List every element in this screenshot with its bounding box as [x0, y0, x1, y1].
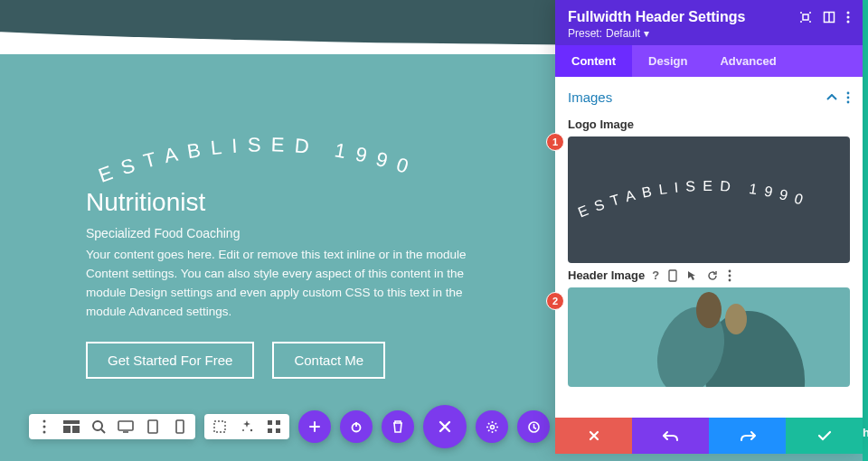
help-icon[interactable]: ? [652, 268, 659, 282]
phone-icon[interactable] [172, 419, 188, 434]
magic-icon[interactable] [239, 419, 255, 434]
svg-rect-44 [276, 428, 280, 433]
settings-button[interactable] [476, 410, 508, 443]
logo-arc-text: ESTABLISED 1990 [86, 136, 475, 186]
desktop-icon[interactable] [118, 420, 134, 433]
panel-footer [555, 418, 863, 454]
save-button[interactable] [786, 418, 863, 454]
svg-text:ESTABLISED 1990: ESTABLISED 1990 [576, 178, 812, 221]
svg-rect-4 [803, 14, 808, 20]
toolbar-group-edit [204, 414, 289, 439]
panel-header[interactable]: Fullwidth Header Settings Preset: Defaul… [555, 0, 863, 45]
preset-value: Default [606, 27, 640, 40]
hover-icon[interactable] [686, 269, 697, 282]
hero-body: Your content goes here. Edit or remove t… [86, 246, 475, 322]
collapse-icon[interactable] [826, 94, 837, 101]
reset-icon[interactable] [706, 269, 719, 282]
svg-point-20 [729, 274, 731, 277]
cancel-button[interactable] [555, 418, 632, 454]
annotation-badge-1: 1 [546, 133, 564, 151]
svg-line-33 [101, 429, 105, 433]
grid-icon[interactable] [266, 419, 282, 434]
svg-point-40 [242, 429, 244, 431]
hero-buttons: Get Started For Free Contact Me [86, 342, 475, 379]
hero-content: ESTABLISED 1990 Nutritionist Specialized… [86, 136, 475, 379]
responsive-icon[interactable] [668, 269, 677, 282]
svg-point-15 [847, 96, 850, 99]
undo-button[interactable] [632, 418, 709, 454]
cta-secondary-button[interactable]: Contact Me [272, 342, 385, 379]
section-images: Images Logo Image ESTABLISED 1990 Header… [555, 77, 863, 418]
builder-toolbar [29, 405, 550, 448]
preset-label: Preset: [568, 27, 602, 40]
svg-point-26 [43, 420, 46, 423]
close-builder-button[interactable] [423, 405, 467, 448]
svg-rect-36 [148, 420, 157, 433]
svg-rect-38 [214, 421, 225, 432]
tab-content[interactable]: Content [555, 45, 632, 77]
svg-point-47 [490, 425, 494, 428]
wireframe-icon[interactable] [63, 420, 80, 433]
svg-point-5 [800, 12, 802, 14]
svg-point-8 [809, 21, 811, 23]
hero-subtitle: Specialized Food Coaching [86, 226, 475, 240]
tab-design[interactable]: Design [632, 45, 703, 77]
svg-rect-34 [118, 421, 133, 430]
toolbar-group-view [29, 414, 195, 439]
logo-image-label: Logo Image [568, 118, 850, 131]
header-image-label: Header Image [568, 268, 645, 282]
select-icon[interactable] [212, 419, 228, 434]
svg-point-7 [800, 21, 802, 23]
svg-point-24 [696, 292, 722, 328]
svg-rect-42 [276, 420, 280, 425]
svg-point-13 [847, 21, 850, 24]
svg-point-27 [43, 426, 46, 428]
tab-advanced[interactable]: Advanced [703, 45, 792, 77]
field-kebab-icon[interactable] [728, 269, 731, 282]
svg-point-12 [847, 16, 850, 19]
header-image-upload[interactable] [568, 287, 850, 387]
svg-point-11 [847, 12, 850, 14]
tablet-icon[interactable] [145, 419, 161, 434]
redo-button[interactable] [709, 418, 786, 454]
svg-rect-18 [669, 270, 676, 281]
svg-point-28 [43, 431, 46, 434]
zoom-icon[interactable] [90, 419, 107, 434]
svg-point-32 [93, 421, 102, 430]
kebab-icon[interactable] [846, 11, 850, 24]
history-button[interactable] [517, 410, 550, 443]
svg-rect-29 [63, 420, 80, 424]
svg-point-25 [725, 304, 747, 334]
power-button[interactable] [340, 410, 373, 443]
svg-rect-31 [72, 426, 80, 433]
panel-title: Fullwidth Header Settings [568, 9, 745, 25]
settings-panel: Fullwidth Header Settings Preset: Defaul… [555, 0, 863, 454]
svg-rect-37 [176, 420, 184, 433]
panel-tabs: Content Design Advanced [555, 45, 863, 77]
svg-rect-30 [63, 426, 71, 433]
header-image-label-row: Header Image ? [568, 268, 850, 282]
hero-title: Nutritionist [86, 188, 475, 217]
svg-point-21 [729, 278, 731, 281]
preset-selector[interactable]: Preset: Default ▾ [568, 27, 850, 40]
menu-icon[interactable] [36, 419, 52, 434]
add-button[interactable] [298, 410, 331, 443]
logo-image-upload[interactable]: ESTABLISED 1990 [568, 136, 850, 263]
trash-button[interactable] [382, 410, 414, 443]
chevron-down-icon: ▾ [644, 27, 649, 40]
section-kebab-icon[interactable] [846, 91, 850, 104]
svg-point-16 [847, 100, 850, 103]
svg-rect-43 [268, 428, 272, 433]
svg-point-6 [809, 12, 811, 14]
svg-point-39 [250, 429, 252, 431]
cta-primary-button[interactable]: Get Started For Free [86, 342, 254, 379]
snap-icon[interactable] [799, 11, 812, 24]
svg-point-14 [847, 91, 850, 94]
annotation-badge-2: 2 [546, 292, 564, 310]
svg-point-19 [729, 269, 731, 272]
expand-icon[interactable] [823, 11, 835, 24]
svg-rect-41 [268, 420, 272, 425]
section-title[interactable]: Images [568, 89, 612, 105]
svg-text:ESTABLISED 1990: ESTABLISED 1990 [96, 136, 421, 187]
publish-button-peek[interactable] [863, 0, 868, 461]
